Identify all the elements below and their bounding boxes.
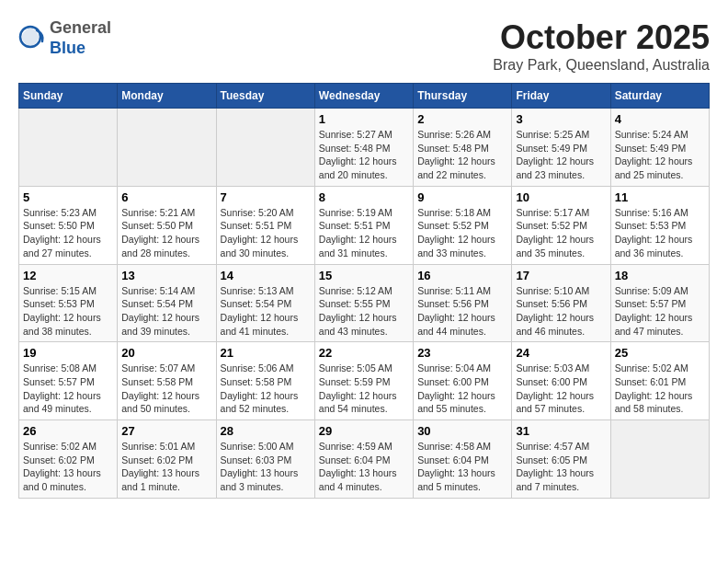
calendar-week-4: 26Sunrise: 5:02 AMSunset: 6:02 PMDayligh… (19, 420, 710, 499)
day-info: Sunrise: 5:24 AMSunset: 5:49 PMDaylight:… (615, 128, 705, 182)
calendar-cell: 5Sunrise: 5:23 AMSunset: 5:50 PMDaylight… (19, 186, 118, 264)
day-number: 26 (23, 424, 113, 438)
day-info: Sunrise: 5:27 AMSunset: 5:48 PMDaylight:… (319, 128, 409, 182)
day-number: 20 (121, 346, 211, 360)
day-number: 19 (23, 346, 113, 360)
day-number: 24 (516, 346, 606, 360)
calendar-cell: 1Sunrise: 5:27 AMSunset: 5:48 PMDaylight… (314, 109, 413, 187)
calendar-week-3: 19Sunrise: 5:08 AMSunset: 5:57 PMDayligh… (19, 342, 710, 420)
day-info: Sunrise: 4:59 AMSunset: 6:04 PMDaylight:… (319, 440, 409, 494)
day-number: 27 (121, 424, 211, 438)
day-info: Sunrise: 5:02 AMSunset: 6:02 PMDaylight:… (23, 440, 113, 494)
calendar-header: Sunday Monday Tuesday Wednesday Thursday… (19, 84, 710, 109)
calendar-cell: 9Sunrise: 5:18 AMSunset: 5:52 PMDaylight… (414, 186, 512, 264)
calendar-cell: 22Sunrise: 5:05 AMSunset: 5:59 PMDayligh… (314, 342, 413, 420)
col-friday: Friday (512, 84, 610, 109)
day-number: 3 (516, 112, 606, 126)
calendar-week-2: 12Sunrise: 5:15 AMSunset: 5:53 PMDayligh… (19, 264, 710, 342)
day-info: Sunrise: 5:08 AMSunset: 5:57 PMDaylight:… (23, 362, 113, 416)
calendar-cell: 28Sunrise: 5:00 AMSunset: 6:03 PMDayligh… (216, 420, 314, 499)
day-number: 6 (121, 190, 211, 204)
day-info: Sunrise: 5:03 AMSunset: 6:00 PMDaylight:… (516, 362, 606, 416)
day-info: Sunrise: 5:19 AMSunset: 5:51 PMDaylight:… (319, 206, 409, 260)
calendar-cell: 27Sunrise: 5:01 AMSunset: 6:02 PMDayligh… (118, 420, 216, 499)
col-sunday: Sunday (19, 84, 118, 109)
day-info: Sunrise: 5:17 AMSunset: 5:52 PMDaylight:… (516, 206, 606, 260)
day-number: 29 (319, 424, 409, 438)
day-number: 28 (221, 424, 311, 438)
day-number: 4 (615, 112, 705, 126)
calendar-week-0: 1Sunrise: 5:27 AMSunset: 5:48 PMDaylight… (19, 109, 710, 187)
col-tuesday: Tuesday (216, 84, 314, 109)
day-info: Sunrise: 4:58 AMSunset: 6:04 PMDaylight:… (417, 440, 507, 494)
page-header: General Blue October 2025 Bray Park, Que… (18, 18, 710, 74)
location-text: Bray Park, Queensland, Australia (493, 57, 710, 74)
calendar-cell: 23Sunrise: 5:04 AMSunset: 6:00 PMDayligh… (414, 342, 512, 420)
day-info: Sunrise: 4:57 AMSunset: 6:05 PMDaylight:… (516, 440, 606, 494)
day-number: 15 (319, 269, 409, 282)
day-info: Sunrise: 5:05 AMSunset: 5:59 PMDaylight:… (319, 362, 409, 416)
day-info: Sunrise: 5:20 AMSunset: 5:51 PMDaylight:… (221, 206, 311, 260)
calendar-cell: 18Sunrise: 5:09 AMSunset: 5:57 PMDayligh… (610, 264, 709, 342)
day-number: 22 (319, 346, 409, 360)
calendar-cell: 2Sunrise: 5:26 AMSunset: 5:48 PMDaylight… (414, 109, 512, 187)
day-info: Sunrise: 5:15 AMSunset: 5:53 PMDaylight:… (23, 284, 113, 339)
day-number: 23 (417, 346, 507, 360)
col-wednesday: Wednesday (314, 84, 413, 109)
logo: General Blue (18, 18, 111, 58)
col-thursday: Thursday (414, 84, 512, 109)
day-info: Sunrise: 5:06 AMSunset: 5:58 PMDaylight:… (221, 362, 311, 416)
calendar-cell: 8Sunrise: 5:19 AMSunset: 5:51 PMDaylight… (314, 186, 413, 264)
day-info: Sunrise: 5:21 AMSunset: 5:50 PMDaylight:… (121, 206, 211, 260)
day-number: 18 (615, 269, 705, 282)
calendar-cell (19, 109, 118, 187)
day-number: 16 (417, 269, 507, 282)
day-number: 11 (615, 190, 705, 204)
day-info: Sunrise: 5:11 AMSunset: 5:56 PMDaylight:… (417, 284, 507, 339)
day-info: Sunrise: 5:13 AMSunset: 5:54 PMDaylight:… (221, 284, 311, 339)
calendar-cell: 17Sunrise: 5:10 AMSunset: 5:56 PMDayligh… (512, 264, 610, 342)
day-number: 7 (221, 190, 311, 204)
col-saturday: Saturday (610, 84, 709, 109)
calendar-cell: 19Sunrise: 5:08 AMSunset: 5:57 PMDayligh… (19, 342, 118, 420)
day-number: 2 (417, 112, 507, 126)
calendar-cell: 12Sunrise: 5:15 AMSunset: 5:53 PMDayligh… (19, 264, 118, 342)
logo-icon (18, 25, 46, 52)
logo-general-text: General (50, 18, 111, 37)
month-title: October 2025 (493, 18, 710, 57)
calendar-cell: 20Sunrise: 5:07 AMSunset: 5:58 PMDayligh… (118, 342, 216, 420)
day-info: Sunrise: 5:09 AMSunset: 5:57 PMDaylight:… (615, 284, 705, 339)
calendar-cell: 10Sunrise: 5:17 AMSunset: 5:52 PMDayligh… (512, 186, 610, 264)
day-info: Sunrise: 5:02 AMSunset: 6:01 PMDaylight:… (615, 362, 705, 416)
calendar-cell: 24Sunrise: 5:03 AMSunset: 6:00 PMDayligh… (512, 342, 610, 420)
calendar-cell: 6Sunrise: 5:21 AMSunset: 5:50 PMDaylight… (118, 186, 216, 264)
calendar-cell: 16Sunrise: 5:11 AMSunset: 5:56 PMDayligh… (414, 264, 512, 342)
calendar-cell: 4Sunrise: 5:24 AMSunset: 5:49 PMDaylight… (610, 109, 709, 187)
header-row: Sunday Monday Tuesday Wednesday Thursday… (19, 84, 710, 109)
calendar-cell (610, 420, 709, 499)
day-info: Sunrise: 5:07 AMSunset: 5:58 PMDaylight:… (121, 362, 211, 416)
col-monday: Monday (118, 84, 216, 109)
day-info: Sunrise: 5:14 AMSunset: 5:54 PMDaylight:… (121, 284, 211, 339)
calendar-cell: 14Sunrise: 5:13 AMSunset: 5:54 PMDayligh… (216, 264, 314, 342)
day-number: 13 (121, 269, 211, 282)
day-number: 1 (319, 112, 409, 126)
day-number: 25 (615, 346, 705, 360)
day-info: Sunrise: 5:12 AMSunset: 5:55 PMDaylight:… (319, 284, 409, 339)
calendar-cell: 29Sunrise: 4:59 AMSunset: 6:04 PMDayligh… (314, 420, 413, 499)
day-number: 21 (221, 346, 311, 360)
calendar-cell: 3Sunrise: 5:25 AMSunset: 5:49 PMDaylight… (512, 109, 610, 187)
day-number: 31 (516, 424, 606, 438)
calendar-cell: 7Sunrise: 5:20 AMSunset: 5:51 PMDaylight… (216, 186, 314, 264)
day-info: Sunrise: 5:25 AMSunset: 5:49 PMDaylight:… (516, 128, 606, 182)
calendar-table: Sunday Monday Tuesday Wednesday Thursday… (18, 83, 710, 499)
calendar-cell (216, 109, 314, 187)
day-info: Sunrise: 5:16 AMSunset: 5:53 PMDaylight:… (615, 206, 705, 260)
calendar-cell: 30Sunrise: 4:58 AMSunset: 6:04 PMDayligh… (414, 420, 512, 499)
day-info: Sunrise: 5:01 AMSunset: 6:02 PMDaylight:… (121, 440, 211, 494)
day-info: Sunrise: 5:23 AMSunset: 5:50 PMDaylight:… (23, 206, 113, 260)
day-number: 8 (319, 190, 409, 204)
day-number: 9 (417, 190, 507, 204)
day-info: Sunrise: 5:26 AMSunset: 5:48 PMDaylight:… (417, 128, 507, 182)
calendar-cell: 26Sunrise: 5:02 AMSunset: 6:02 PMDayligh… (19, 420, 118, 499)
